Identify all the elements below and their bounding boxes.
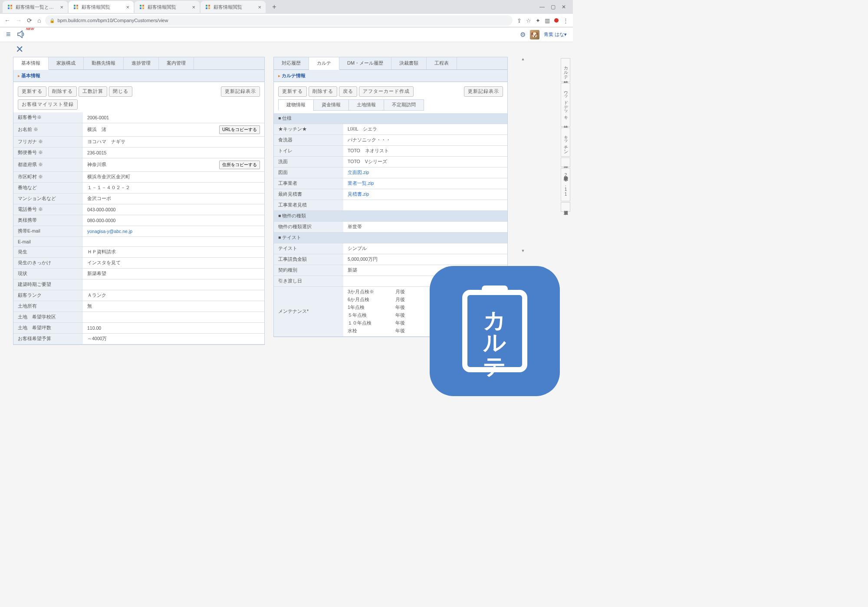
browser-tab[interactable]: 顧客情報一覧と検索× bbox=[3, 1, 68, 13]
username-dropdown[interactable]: 青葉 はな▾ bbox=[544, 31, 567, 38]
maint-key: ５年点検 bbox=[348, 312, 387, 318]
tab-close-icon[interactable]: × bbox=[60, 4, 63, 10]
close-panel-icon[interactable]: ✕ bbox=[13, 42, 573, 55]
rail-item[interactable]: キッチン bbox=[561, 128, 570, 157]
nav-reload-icon[interactable]: ⟳ bbox=[27, 17, 32, 24]
field-label: 最終見積書 bbox=[274, 189, 343, 200]
sub-tab[interactable]: 土地情報 bbox=[349, 99, 384, 111]
field-label: 土地 希望学校区 bbox=[13, 312, 83, 323]
rail-item[interactable]: 新規追加 bbox=[561, 202, 570, 212]
panel-tab[interactable]: DM・メール履歴 bbox=[339, 57, 391, 69]
table-row: マンション名など金沢コーポ bbox=[13, 194, 264, 204]
left-tabs-row: 基本情報家族構成勤務先情報進捗管理案内管理 bbox=[13, 57, 264, 70]
field-label: 電話番号 ※ bbox=[13, 204, 83, 215]
panel-tab[interactable]: 工程表 bbox=[427, 57, 457, 69]
table-row: お名前 ※横浜 渚URLをコピーする bbox=[13, 123, 264, 137]
tab-close-icon[interactable]: × bbox=[126, 4, 129, 10]
panel-tab[interactable]: 勤務先情報 bbox=[84, 57, 124, 69]
action-button[interactable]: 削除する bbox=[48, 86, 77, 97]
panel-tab[interactable]: 基本情報 bbox=[13, 57, 49, 70]
action-button[interactable]: アフターカード作成 bbox=[359, 86, 414, 97]
tab-title: 顧客情報閲覧 bbox=[214, 4, 255, 10]
reading-list-icon[interactable]: ▥ bbox=[545, 17, 550, 24]
hamburger-menu-icon[interactable]: ≡ bbox=[6, 30, 11, 39]
action-button[interactable]: 戻る bbox=[339, 86, 357, 97]
panel-tab[interactable]: 決裁書類 bbox=[391, 57, 427, 69]
field-label: 物件の種類選択 bbox=[274, 222, 343, 233]
action-button[interactable]: 削除する bbox=[309, 86, 337, 97]
browser-tab[interactable]: 顧客情報閲覧× bbox=[201, 1, 266, 13]
browser-tab[interactable]: 顧客情報閲覧× bbox=[69, 1, 134, 13]
nav-home-icon[interactable]: ⌂ bbox=[37, 17, 41, 24]
extensions-icon[interactable]: ✦ bbox=[536, 17, 540, 24]
field-value[interactable]: 立面図.zip bbox=[343, 167, 507, 178]
table-row: 最終見積書見積書.zip bbox=[274, 189, 507, 200]
action-button[interactable]: 工数計算 bbox=[79, 86, 107, 97]
action-button[interactable]: 更新する bbox=[278, 86, 307, 97]
favicon-icon bbox=[205, 4, 211, 10]
svg-rect-0 bbox=[8, 5, 10, 7]
action-button[interactable]: 閉じる bbox=[109, 86, 132, 97]
field-label: 土地 希望坪数 bbox=[13, 323, 83, 334]
window-minimize-icon[interactable]: — bbox=[539, 4, 545, 10]
rail-item[interactable]: 外壁塗装結21.11 bbox=[561, 168, 570, 201]
share-icon[interactable]: ⇪ bbox=[517, 17, 522, 24]
field-label: 発生 bbox=[13, 247, 83, 258]
field-value[interactable]: 業者一覧.zip bbox=[343, 178, 507, 189]
field-label: 食洗器 bbox=[274, 135, 343, 146]
field-label: 工事業者見積 bbox=[274, 200, 343, 211]
field-value: 236-0015 bbox=[83, 148, 264, 158]
rail-item[interactable]: カルテ情報 bbox=[561, 58, 570, 82]
new-tab-button[interactable]: + bbox=[269, 2, 279, 12]
extension-dot-icon[interactable] bbox=[554, 18, 559, 23]
nav-back-icon[interactable]: ← bbox=[4, 17, 10, 24]
mylist-register-button[interactable]: お客様マイリスト登録 bbox=[18, 99, 78, 110]
tab-close-icon[interactable]: × bbox=[192, 4, 195, 10]
left-update-log-button[interactable]: 更新記録表示 bbox=[221, 86, 260, 97]
window-maximize-icon[interactable]: ▢ bbox=[551, 4, 556, 10]
panel-tab[interactable]: カルテ bbox=[309, 57, 339, 70]
copy-url-button[interactable]: URLをコピーする bbox=[219, 125, 260, 134]
field-value bbox=[83, 279, 264, 290]
svg-rect-14 bbox=[206, 7, 207, 9]
sub-tab[interactable]: 建物情報 bbox=[278, 99, 314, 111]
right-update-log-button[interactable]: 更新記録表示 bbox=[464, 86, 503, 97]
nav-forward-icon[interactable]: → bbox=[16, 17, 22, 24]
field-value[interactable]: 見積書.zip bbox=[343, 189, 507, 200]
avatar[interactable]: 🐶 bbox=[530, 30, 539, 39]
rail-item[interactable]: 浴室 bbox=[561, 157, 570, 167]
settings-gear-icon[interactable]: ⚙ bbox=[520, 31, 526, 39]
rail-up-icon[interactable]: ▲ bbox=[518, 57, 528, 61]
action-button[interactable]: 更新する bbox=[18, 86, 46, 97]
field-label: 顧客ランク bbox=[13, 290, 83, 301]
tab-close-icon[interactable]: × bbox=[258, 4, 261, 10]
maint-key: 1年点検 bbox=[348, 305, 387, 311]
rail-item[interactable]: ウッドデッキ 終結 bbox=[561, 83, 570, 127]
table-row: 建築時期ご要望 bbox=[13, 279, 264, 290]
star-icon[interactable]: ☆ bbox=[526, 17, 531, 24]
sub-tab[interactable]: 不定期訪問 bbox=[384, 99, 424, 111]
rail-down-icon[interactable]: ▼ bbox=[518, 249, 528, 253]
copy-address-button[interactable]: 住所をコピーする bbox=[219, 161, 260, 169]
field-label: 市区町村 ※ bbox=[13, 172, 83, 183]
sub-tab[interactable]: 資金情報 bbox=[313, 99, 349, 111]
window-close-icon[interactable]: ✕ bbox=[562, 4, 566, 10]
menu-dots-icon[interactable]: ⋮ bbox=[563, 17, 569, 24]
maint-val: 年後 bbox=[395, 320, 421, 326]
rail-items: カルテ情報ウッドデッキ 終結キッチン浴室外壁塗装結21.11新規追加 bbox=[561, 58, 570, 213]
karte-app-icon: カルテ bbox=[430, 266, 560, 396]
field-value: ヨコハマ ナギサ bbox=[83, 137, 264, 148]
panel-tab[interactable]: 進捗管理 bbox=[124, 57, 159, 69]
panel-tab[interactable]: 案内管理 bbox=[159, 57, 194, 69]
announcement-icon[interactable]: NEW bbox=[17, 30, 26, 39]
panel-tab[interactable]: 家族構成 bbox=[49, 57, 84, 69]
field-value bbox=[83, 312, 264, 323]
browser-tab[interactable]: 顧客情報閲覧× bbox=[135, 1, 200, 13]
field-value: 5,000,000万円 bbox=[343, 254, 507, 265]
field-value: Ａランク bbox=[83, 290, 264, 301]
svg-rect-3 bbox=[10, 7, 12, 9]
address-bar: ← → ⟳ ⌂ 🔒 bpm.buildcrm.com/bpm10/Company… bbox=[0, 14, 573, 27]
right-form-table: ■ 仕様★キッチン★LIXIL シエラ食洗器パナソニック・・・トイレTOTO ネ… bbox=[274, 113, 507, 287]
url-field[interactable]: 🔒 bpm.buildcrm.com/bpm10/CompanyCustomer… bbox=[45, 15, 513, 26]
panel-tab[interactable]: 対応履歴 bbox=[274, 57, 309, 69]
